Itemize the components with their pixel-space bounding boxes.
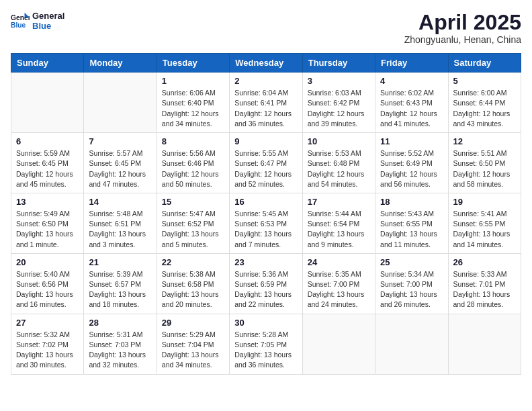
day-number: 14 bbox=[89, 197, 151, 207]
sunrise-text: Sunrise: 5:38 AM bbox=[162, 269, 224, 279]
day-number: 16 bbox=[234, 197, 297, 207]
calendar-table: SundayMondayTuesdayWednesdayThursdayFrid… bbox=[11, 53, 521, 374]
sunset-text: Sunset: 6:50 PM bbox=[16, 219, 79, 229]
sunrise-text: Sunrise: 5:39 AM bbox=[89, 269, 151, 279]
sunset-text: Sunset: 7:00 PM bbox=[308, 279, 370, 289]
calendar-cell bbox=[375, 314, 448, 374]
sunrise-text: Sunrise: 6:06 AM bbox=[162, 88, 224, 98]
sunset-text: Sunset: 6:52 PM bbox=[162, 219, 224, 229]
day-number: 25 bbox=[380, 257, 443, 267]
sunrise-text: Sunrise: 6:02 AM bbox=[380, 88, 443, 98]
calendar-header-thursday: Thursday bbox=[302, 54, 375, 73]
calendar-cell: 26Sunrise: 5:33 AMSunset: 7:01 PMDayligh… bbox=[448, 253, 521, 314]
day-info: Sunrise: 5:40 AMSunset: 6:56 PMDaylight:… bbox=[16, 269, 79, 310]
calendar-cell: 23Sunrise: 5:36 AMSunset: 6:59 PMDayligh… bbox=[230, 253, 302, 314]
sunset-text: Sunset: 6:41 PM bbox=[234, 98, 297, 108]
sunrise-text: Sunrise: 5:51 AM bbox=[453, 148, 516, 158]
daylight-text: Daylight: 13 hours and 14 minutes. bbox=[453, 229, 516, 249]
sunrise-text: Sunrise: 5:43 AM bbox=[380, 209, 443, 219]
day-number: 20 bbox=[16, 257, 79, 267]
sunrise-text: Sunrise: 5:47 AM bbox=[162, 209, 224, 219]
sunrise-text: Sunrise: 5:32 AM bbox=[16, 330, 79, 340]
calendar-header-monday: Monday bbox=[84, 54, 157, 73]
calendar-cell: 1Sunrise: 6:06 AMSunset: 6:40 PMDaylight… bbox=[157, 73, 229, 133]
sunrise-text: Sunrise: 5:49 AM bbox=[16, 209, 79, 219]
day-info: Sunrise: 5:31 AMSunset: 7:03 PMDaylight:… bbox=[89, 330, 151, 371]
calendar-week-row: 1Sunrise: 6:06 AMSunset: 6:40 PMDaylight… bbox=[11, 73, 521, 133]
day-number: 30 bbox=[234, 318, 297, 328]
daylight-text: Daylight: 12 hours and 41 minutes. bbox=[380, 109, 443, 129]
sunset-text: Sunset: 6:48 PM bbox=[308, 158, 370, 169]
daylight-text: Daylight: 13 hours and 9 minutes. bbox=[308, 229, 370, 249]
calendar-cell bbox=[11, 73, 84, 133]
day-number: 29 bbox=[162, 318, 224, 328]
day-number: 13 bbox=[16, 197, 79, 207]
daylight-text: Daylight: 13 hours and 24 minutes. bbox=[308, 289, 370, 310]
calendar-header-saturday: Saturday bbox=[448, 54, 521, 73]
day-info: Sunrise: 6:00 AMSunset: 6:44 PMDaylight:… bbox=[453, 88, 516, 129]
daylight-text: Daylight: 12 hours and 45 minutes. bbox=[16, 169, 79, 189]
logo-icon: General Blue bbox=[11, 11, 30, 30]
month-title: April 2025 bbox=[404, 11, 521, 34]
calendar-cell bbox=[448, 314, 521, 374]
calendar-cell: 15Sunrise: 5:47 AMSunset: 6:52 PMDayligh… bbox=[157, 193, 229, 253]
day-info: Sunrise: 5:32 AMSunset: 7:02 PMDaylight:… bbox=[16, 330, 79, 371]
calendar-cell: 4Sunrise: 6:02 AMSunset: 6:43 PMDaylight… bbox=[375, 73, 448, 133]
day-info: Sunrise: 5:39 AMSunset: 6:57 PMDaylight:… bbox=[89, 269, 151, 310]
calendar-cell: 25Sunrise: 5:34 AMSunset: 7:00 PMDayligh… bbox=[375, 253, 448, 314]
calendar-cell: 3Sunrise: 6:03 AMSunset: 6:42 PMDaylight… bbox=[302, 73, 375, 133]
day-info: Sunrise: 6:03 AMSunset: 6:42 PMDaylight:… bbox=[308, 88, 370, 129]
daylight-text: Daylight: 13 hours and 36 minutes. bbox=[234, 350, 297, 370]
daylight-text: Daylight: 13 hours and 16 minutes. bbox=[16, 289, 79, 310]
day-info: Sunrise: 5:33 AMSunset: 7:01 PMDaylight:… bbox=[453, 269, 516, 310]
calendar-cell: 17Sunrise: 5:44 AMSunset: 6:54 PMDayligh… bbox=[302, 193, 375, 253]
sunset-text: Sunset: 6:54 PM bbox=[308, 219, 370, 229]
day-number: 7 bbox=[89, 136, 151, 146]
sunrise-text: Sunrise: 5:35 AM bbox=[308, 269, 370, 279]
day-info: Sunrise: 5:35 AMSunset: 7:00 PMDaylight:… bbox=[308, 269, 370, 310]
calendar-cell: 8Sunrise: 5:56 AMSunset: 6:46 PMDaylight… bbox=[157, 133, 229, 193]
sunrise-text: Sunrise: 6:00 AM bbox=[453, 88, 516, 98]
day-info: Sunrise: 5:57 AMSunset: 6:45 PMDaylight:… bbox=[89, 148, 151, 189]
calendar-cell: 13Sunrise: 5:49 AMSunset: 6:50 PMDayligh… bbox=[11, 193, 84, 253]
day-number: 21 bbox=[89, 257, 151, 267]
day-number: 9 bbox=[234, 136, 297, 146]
sunset-text: Sunset: 7:04 PM bbox=[162, 340, 224, 350]
sunset-text: Sunset: 7:03 PM bbox=[89, 340, 151, 350]
calendar-cell: 12Sunrise: 5:51 AMSunset: 6:50 PMDayligh… bbox=[448, 133, 521, 193]
sunset-text: Sunset: 6:43 PM bbox=[380, 98, 443, 108]
daylight-text: Daylight: 12 hours and 58 minutes. bbox=[453, 169, 516, 189]
sunset-text: Sunset: 6:51 PM bbox=[89, 219, 151, 229]
day-info: Sunrise: 5:28 AMSunset: 7:05 PMDaylight:… bbox=[234, 330, 297, 371]
daylight-text: Daylight: 12 hours and 47 minutes. bbox=[89, 169, 151, 189]
day-info: Sunrise: 5:44 AMSunset: 6:54 PMDaylight:… bbox=[308, 209, 370, 250]
calendar-cell: 27Sunrise: 5:32 AMSunset: 7:02 PMDayligh… bbox=[11, 314, 84, 374]
calendar-cell: 5Sunrise: 6:00 AMSunset: 6:44 PMDaylight… bbox=[448, 73, 521, 133]
sunrise-text: Sunrise: 5:31 AM bbox=[89, 330, 151, 340]
sunrise-text: Sunrise: 5:56 AM bbox=[162, 148, 224, 158]
sunset-text: Sunset: 7:01 PM bbox=[453, 279, 516, 289]
calendar-header-row: SundayMondayTuesdayWednesdayThursdayFrid… bbox=[11, 54, 521, 73]
sunset-text: Sunset: 6:45 PM bbox=[89, 158, 151, 169]
calendar-cell: 28Sunrise: 5:31 AMSunset: 7:03 PMDayligh… bbox=[84, 314, 157, 374]
day-info: Sunrise: 5:34 AMSunset: 7:00 PMDaylight:… bbox=[380, 269, 443, 310]
day-info: Sunrise: 6:02 AMSunset: 6:43 PMDaylight:… bbox=[380, 88, 443, 129]
calendar-cell: 29Sunrise: 5:29 AMSunset: 7:04 PMDayligh… bbox=[157, 314, 229, 374]
calendar-cell: 6Sunrise: 5:59 AMSunset: 6:45 PMDaylight… bbox=[11, 133, 84, 193]
title-area: April 2025 Zhongyuanlu, Henan, China bbox=[404, 11, 521, 45]
day-info: Sunrise: 5:55 AMSunset: 6:47 PMDaylight:… bbox=[234, 148, 297, 189]
calendar-week-row: 13Sunrise: 5:49 AMSunset: 6:50 PMDayligh… bbox=[11, 193, 521, 253]
day-number: 3 bbox=[308, 76, 370, 86]
calendar-cell: 21Sunrise: 5:39 AMSunset: 6:57 PMDayligh… bbox=[84, 253, 157, 314]
calendar-cell: 18Sunrise: 5:43 AMSunset: 6:55 PMDayligh… bbox=[375, 193, 448, 253]
day-number: 5 bbox=[453, 76, 516, 86]
sunrise-text: Sunrise: 5:41 AM bbox=[453, 209, 516, 219]
day-number: 2 bbox=[234, 76, 297, 86]
day-info: Sunrise: 5:51 AMSunset: 6:50 PMDaylight:… bbox=[453, 148, 516, 189]
day-number: 11 bbox=[380, 136, 443, 146]
calendar-cell: 24Sunrise: 5:35 AMSunset: 7:00 PMDayligh… bbox=[302, 253, 375, 314]
calendar-header-friday: Friday bbox=[375, 54, 448, 73]
calendar-header-wednesday: Wednesday bbox=[230, 54, 302, 73]
daylight-text: Daylight: 13 hours and 1 minute. bbox=[16, 229, 79, 249]
sunrise-text: Sunrise: 5:55 AM bbox=[234, 148, 297, 158]
